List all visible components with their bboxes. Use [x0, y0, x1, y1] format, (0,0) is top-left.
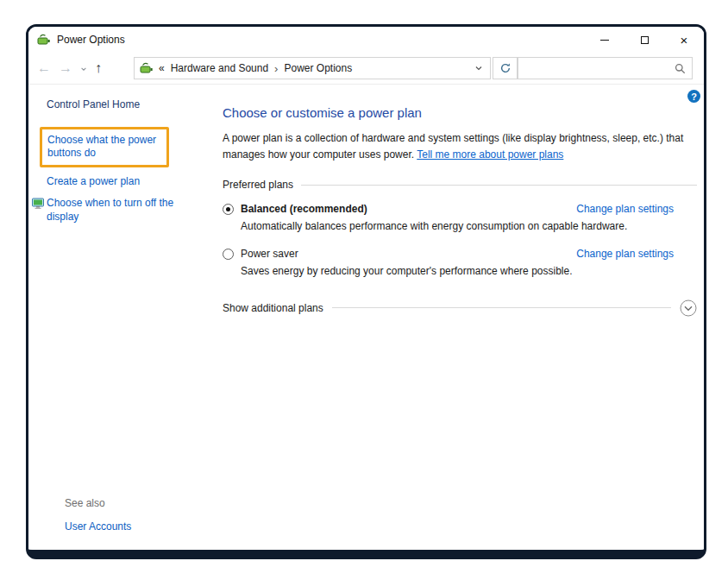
- minimize-button[interactable]: [585, 27, 624, 53]
- breadcrumb-power-options[interactable]: Power Options: [284, 62, 352, 74]
- sidebar-item-create-power-plan[interactable]: Create a power plan: [47, 175, 140, 187]
- titlebar[interactable]: Power Options ×: [28, 27, 704, 53]
- refresh-icon: [499, 62, 511, 74]
- sidebar-item-control-panel-home[interactable]: Control Panel Home: [47, 98, 223, 112]
- change-plan-settings-link-power-saver[interactable]: Change plan settings: [576, 248, 674, 260]
- balanced-plan-description: Automatically balances performance with …: [241, 219, 697, 234]
- search-input[interactable]: [524, 62, 675, 74]
- search-box[interactable]: [518, 57, 693, 79]
- window-controls: ×: [585, 27, 704, 53]
- preferred-plans-divider: [301, 185, 697, 186]
- balanced-radio[interactable]: [223, 204, 234, 215]
- sidebar-task-pane: Control Panel Home Choose what the power…: [47, 98, 223, 233]
- address-dropdown-chevron-icon[interactable]: [471, 60, 486, 76]
- content-area: ? Control Panel Home Choose what the pow…: [28, 85, 704, 550]
- preferred-plans-section: Preferred plans: [223, 179, 697, 191]
- display-icon: [32, 198, 44, 224]
- see-also-heading: See also: [65, 497, 131, 511]
- back-button[interactable]: ←: [37, 61, 51, 75]
- sidebar-item-choose-power-buttons[interactable]: Choose what the power buttons do: [47, 134, 156, 160]
- balanced-plan-label[interactable]: Balanced (recommended): [241, 203, 367, 215]
- power-saver-plan-description: Saves energy by reducing your computer's…: [241, 264, 697, 279]
- see-also-section: See also User Accounts: [65, 497, 131, 533]
- sidebar-item-choose-when-turn-off-display[interactable]: Choose when to turn off the display: [47, 197, 178, 224]
- power-options-icon: [37, 33, 51, 47]
- tell-me-more-link[interactable]: Tell me more about power plans: [417, 148, 563, 161]
- power-options-icon-small: [140, 61, 154, 75]
- change-plan-settings-link-balanced[interactable]: Change plan settings: [576, 203, 674, 215]
- show-additional-plans-divider: [332, 307, 671, 308]
- preferred-plans-label: Preferred plans: [223, 179, 293, 191]
- breadcrumb-separator-icon: ›: [274, 62, 278, 75]
- breadcrumb-hardware-and-sound[interactable]: Hardware and Sound: [171, 62, 268, 74]
- maximize-button[interactable]: [624, 27, 664, 53]
- plan-balanced: Balanced (recommended) Change plan setti…: [223, 203, 697, 234]
- search-icon: [675, 63, 686, 74]
- page-title: Choose or customise a power plan: [223, 105, 697, 120]
- power-options-window: Power Options × ← → ↑: [26, 24, 706, 559]
- breadcrumb-overflow-button[interactable]: «: [159, 62, 165, 74]
- recent-pages-chevron-icon[interactable]: [80, 66, 87, 72]
- maximize-icon: [641, 36, 649, 44]
- show-additional-plans-section: Show additional plans: [223, 299, 697, 317]
- close-button[interactable]: ×: [664, 27, 704, 53]
- highlight-annotation-box: Choose what the power buttons do: [40, 127, 169, 167]
- power-saver-radio[interactable]: [223, 249, 234, 260]
- address-bar[interactable]: « Hardware and Sound › Power Options: [134, 57, 491, 79]
- navigation-toolbar: ← → ↑ « Hardware and Sound › Power Optio…: [28, 53, 704, 85]
- intro-text: A power plan is a collection of hardware…: [223, 130, 685, 163]
- forward-button[interactable]: →: [59, 61, 72, 75]
- sidebar-item-user-accounts[interactable]: User Accounts: [65, 520, 131, 534]
- plan-power-saver: Power saver Change plan settings Saves e…: [223, 248, 697, 279]
- refresh-button[interactable]: [493, 57, 518, 79]
- show-additional-plans-expander[interactable]: [680, 299, 697, 317]
- nav-buttons: ← → ↑: [37, 61, 134, 75]
- minimize-icon: [600, 40, 609, 41]
- up-button[interactable]: ↑: [95, 61, 102, 75]
- power-saver-plan-label[interactable]: Power saver: [241, 248, 298, 260]
- window-title: Power Options: [57, 34, 125, 46]
- main-panel: Choose or customise a power plan A power…: [223, 85, 697, 317]
- show-additional-plans-label: Show additional plans: [223, 302, 323, 314]
